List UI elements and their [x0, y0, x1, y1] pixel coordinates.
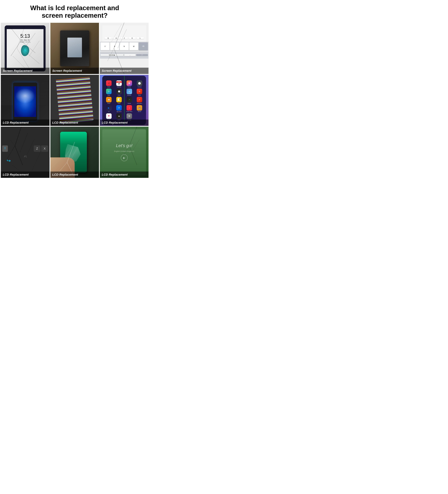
cell-8-label: LCD Replacement: [50, 172, 99, 178]
reminders-icon: ✓: [137, 97, 142, 102]
health-icon: ❤: [106, 113, 112, 119]
key-language: lish (UK) ▶: [100, 54, 123, 56]
key-enter: ↵: [136, 54, 148, 56]
app-ibooks: 📚 iBooks: [135, 105, 144, 112]
iphone-home-screen: ♫ Music MON25 Calendar ❀ Photos ⬤ Camera: [102, 76, 146, 125]
notes-icon: 📝: [116, 97, 122, 102]
news-label: News: [138, 95, 141, 96]
ibooks-icon: 📚: [137, 105, 142, 111]
app-itunes: ♪ iTunes Store: [125, 105, 134, 112]
photos-icon: ❀: [126, 80, 132, 86]
cell-6-label: LCD Replacement: [100, 120, 149, 126]
app-appstore: A App Store: [114, 105, 124, 112]
app-tv: ▶ TV: [104, 105, 113, 112]
screen-content-1: 5:13 Fri, Nov 15 己亥年十月十九: [7, 29, 44, 68]
maps-icon: ⊙: [106, 89, 112, 94]
phone-side: [60, 30, 89, 66]
cell-3-label: Screen Replacement: [100, 68, 149, 74]
key-h: H: [112, 37, 120, 39]
time-display: 5:13: [20, 33, 30, 39]
appstore-label: App Store: [117, 111, 122, 112]
cell-screen-replacement-2: Screen Replacement: [50, 23, 99, 74]
tv-label: TV: [108, 111, 110, 112]
app-calendar: MON25 Calendar: [114, 80, 124, 87]
key-dot: .: [124, 54, 136, 56]
key-j: J: [121, 37, 128, 39]
cracked-keyboard: ⇧ Z X .#1: [1, 127, 50, 178]
key-l: L: [137, 37, 144, 39]
key-v: V: [100, 42, 110, 50]
app-clock: 🕐 Clock: [114, 89, 124, 96]
cell-5-label: LCD Replacement: [50, 120, 99, 126]
key-n: N: [120, 42, 129, 50]
app-icon-grid: ♫ Music MON25 Calendar ❀ Photos ⬤ Camera: [104, 80, 145, 121]
lets-go-text: Let's go!: [116, 143, 132, 148]
key-x: X: [41, 146, 48, 152]
appstore-icon: A: [116, 105, 122, 111]
app-home: 🏠 Home: [104, 97, 113, 104]
blue-arrow-icon: ↩: [7, 158, 11, 163]
number-symbol: .#1: [22, 154, 28, 159]
cell-9-label: LCD Replacement: [100, 172, 149, 178]
music-label: Music: [107, 86, 110, 87]
app-reminders: ✓ Reminders: [135, 97, 144, 104]
key-b: B: [110, 42, 119, 50]
phone-sim-1: 5:13 Fri, Nov 15 己亥年十月十九: [5, 25, 46, 71]
weather-icon: ☀: [126, 89, 132, 94]
top-keyboard-row: G H J K L: [104, 37, 144, 39]
itunes-icon: ♪: [126, 105, 132, 111]
app-weather: ☀ Weather: [125, 89, 134, 96]
kb-row-1: ⇧ Z X: [2, 146, 48, 152]
phone-tilted: [56, 76, 94, 124]
lets-go-display: Let's go! English (United Kingdom) ▶: [102, 129, 146, 175]
news-icon: N: [137, 89, 142, 94]
music-icon: ♫: [106, 80, 112, 86]
cell-lcd-replacement-6: Let's go! English (United Kingdom) ▶ LCD…: [100, 127, 149, 178]
cell-lcd-replacement-5: LCD Replacement: [50, 127, 99, 178]
photos-label: Photos: [127, 86, 131, 87]
cell-lcd-replacement-1: LCD Replacement: [1, 75, 50, 126]
notes-label: Notes: [118, 103, 121, 104]
tv-icon: ▶: [106, 105, 112, 111]
shift-key: ⇧: [2, 146, 8, 152]
date-display: Fri, Nov 15: [21, 39, 30, 41]
cell-lcd-replacement-4: ⇧ Z X .#1 ↩ LCD Replacement: [1, 127, 50, 178]
wallet-icon: ◉: [116, 113, 122, 119]
key-k: K: [128, 37, 136, 39]
image-grid: 5:13 Fri, Nov 15 己亥年十月十九 Scr: [0, 22, 149, 179]
cell-1-label: Screen Replacement: [1, 68, 50, 74]
app-maps: ⊙ Maps: [104, 89, 113, 96]
chinese-date: 己亥年十月十九: [20, 41, 30, 43]
cell-lcd-replacement-3: ♫ Music MON25 Calendar ❀ Photos ⬤ Camera: [100, 75, 149, 126]
ibooks-label: iBooks: [138, 111, 141, 112]
app-music: ♫ Music: [104, 80, 113, 87]
keyboard-third-row: lish (UK) ▶ . ↵: [100, 51, 149, 59]
key-g: G: [104, 37, 112, 39]
weather-label: Weather: [127, 95, 131, 96]
play-button-icon: ▶: [121, 154, 128, 161]
cell-lcd-replacement-2: LCD Replacement: [50, 75, 99, 126]
keyboard-second-row: V B N M ⌫: [100, 42, 149, 51]
page-title: What is lcd replacement and screen repla…: [0, 0, 149, 22]
reminders-label: Reminders: [137, 103, 142, 104]
app-notes: 📝 Notes: [114, 97, 124, 104]
app-stocks: ↗ Stocks: [125, 97, 134, 104]
key-m: M: [129, 42, 138, 50]
phone-in-hand: [13, 83, 37, 121]
language-text: English (United Kingdom): [114, 150, 134, 152]
settings-icon: ⚙: [126, 113, 132, 119]
app-health: ❤ Health: [104, 113, 113, 121]
cell-screen-replacement-3: G H J K L V B N M ⌫ lish (UK) ▶ . ↵: [100, 23, 149, 74]
lcd-line-distortion: [56, 76, 94, 124]
key-backspace: ⌫: [139, 42, 148, 50]
stocks-label: Stocks: [128, 103, 131, 104]
cell-screen-replacement-1: 5:13 Fri, Nov 15 己亥年十月十九 Scr: [1, 23, 50, 74]
clock-icon: 🕐: [116, 89, 122, 94]
cell-7-label: LCD Replacement: [1, 172, 50, 178]
app-camera: ⬤ Camera: [135, 80, 144, 87]
white-damage-patches: [15, 88, 35, 104]
app-photos: ❀ Photos: [125, 80, 134, 87]
app-wallet: ◉ Wallet: [114, 113, 124, 121]
app-news: N News: [135, 89, 144, 96]
blob-shape: [21, 45, 29, 56]
